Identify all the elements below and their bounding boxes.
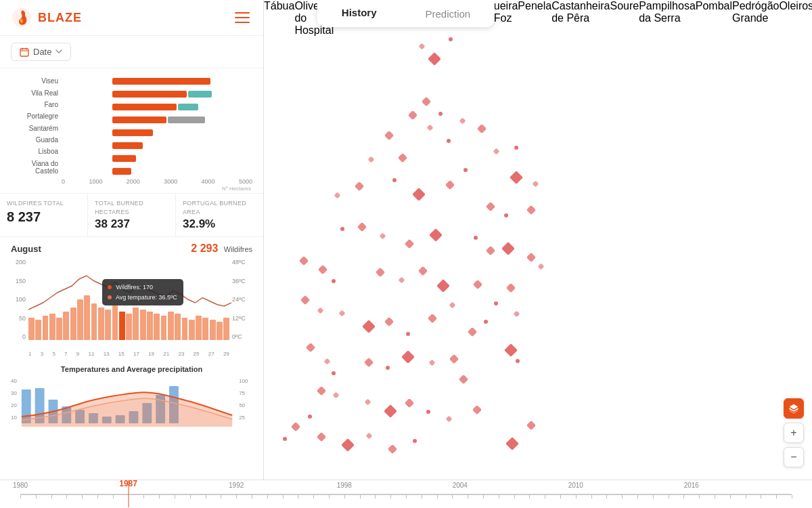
calendar-icon [20, 47, 29, 57]
bar-red [112, 117, 166, 123]
tab-prediction[interactable]: Prediction [401, 0, 495, 27]
timeline-year-2010: 2010 [568, 482, 583, 489]
layers-icon [788, 403, 799, 414]
bar-red [112, 142, 143, 149]
timeline[interactable]: 1980 1987 1992 1998 2004 2010 2016 [0, 480, 812, 508]
stat-value-1: 8 237 [7, 209, 81, 225]
bar-red [112, 91, 187, 98]
bar-row-lisboa [112, 154, 250, 163]
august-title: August [11, 244, 41, 254]
minus-icon: − [790, 452, 796, 463]
stats-row: WILDFIRES TOTAL 8 237 TOTAL BURNED HECTA… [0, 193, 263, 237]
svg-text:30: 30 [11, 390, 17, 396]
august-count-area: 2 293 Wildifres [191, 242, 252, 255]
stat-burned-area: PORTUGAL BURNED AREA 32.9% [176, 194, 263, 236]
svg-text:25: 25 [239, 415, 245, 421]
menu-button[interactable] [232, 9, 252, 26]
bar-teal [188, 91, 212, 98]
chevron-down-icon [55, 49, 62, 54]
bar-label: Santarém [11, 125, 58, 132]
timeline-year-1992: 1992 [229, 482, 244, 489]
bar-label: Viana do Castelo [11, 160, 58, 175]
bar-label: Vila Real [11, 89, 58, 97]
fire-pin [406, 332, 410, 336]
fire-pin [516, 359, 520, 363]
date-label: Date [33, 47, 51, 57]
bar-row-viseu [112, 77, 250, 86]
bar-row-faro [112, 102, 250, 112]
svg-rect-1 [20, 49, 28, 56]
august-header: August 2 293 Wildifres [11, 242, 252, 255]
bar-chart-labels: Viseu Vila Real Faro Portalegre Santarém… [11, 75, 62, 177]
bar-red [112, 104, 177, 110]
timeline-year-2004: 2004 [453, 482, 468, 489]
x-axis-2000: 2000 [127, 178, 140, 185]
svg-text:20: 20 [11, 402, 17, 408]
august-section: August 2 293 Wildifres 200 150 100 50 0 … [0, 237, 263, 360]
date-button[interactable]: Date [11, 43, 71, 61]
fire-pin [494, 301, 498, 305]
temp-title: Temperatures and Average precipitation [11, 365, 252, 373]
bar-label: Viseu [11, 77, 58, 85]
august-count: 2 293 [191, 242, 218, 254]
timeline-track[interactable]: 1980 1987 1992 1998 2004 2010 2016 [20, 494, 792, 495]
svg-text:10: 10 [11, 415, 17, 421]
bar-label: Faro [11, 101, 58, 108]
left-panel: BLAZE Date Viseu Vila Real [0, 0, 264, 508]
stat-label-1: WILDFIRES TOTAL [7, 199, 81, 208]
zoom-out-button[interactable]: − [784, 447, 804, 467]
timeline-year-1980: 1980 [13, 482, 28, 489]
fire-pin [308, 415, 312, 419]
august-count-label: Wildifres [224, 245, 252, 253]
temp-chart: 40 30 20 10 100 75 50 25 [11, 376, 252, 430]
bar-red [112, 155, 136, 162]
stat-label-3: PORTUGAL BURNED AREA [183, 199, 256, 216]
temp-chart-svg: 40 30 20 10 100 75 50 25 [11, 376, 252, 430]
x-axis-3000: 3000 [164, 178, 177, 185]
fire-pin [332, 371, 336, 375]
line-bar-chart: 200 150 100 50 0 48ºC 36ºC 24ºC 12ºC 0ºC [11, 259, 252, 357]
bar-row-santarem [112, 128, 250, 137]
fire-pin [504, 213, 508, 217]
bar-chart-section: Viseu Vila Real Faro Portalegre Santarém… [0, 68, 263, 193]
flame-icon [11, 7, 32, 28]
x-axis-1000: 1000 [89, 178, 102, 185]
fire-pin [386, 366, 390, 370]
fire-pin [464, 168, 468, 172]
tab-history[interactable]: History [317, 0, 401, 27]
fire-pin [474, 236, 478, 240]
bar-chart-container: Viseu Vila Real Faro Portalegre Santarém… [11, 75, 252, 190]
layers-button[interactable] [784, 398, 804, 419]
map-tabs: History Prediction [317, 0, 495, 27]
fire-pin [413, 439, 417, 443]
temp-section: Temperatures and Average precipitation 4… [0, 360, 263, 433]
svg-text:75: 75 [239, 390, 245, 396]
map-controls: + − [784, 398, 804, 467]
bar-label: Lisboa [11, 148, 58, 155]
fire-pin [283, 437, 287, 441]
fire-pin [449, 37, 453, 41]
stat-burned-hectares: TOTAL BURNED HECTARES 38 237 [88, 194, 176, 236]
stat-value-2: 38 237 [95, 217, 168, 231]
x-axis-4000: 4000 [202, 178, 215, 185]
svg-text:40: 40 [11, 378, 17, 384]
stat-label-2: TOTAL BURNED HECTARES [95, 199, 168, 216]
svg-text:100: 100 [239, 378, 248, 384]
timeline-year-2016: 2016 [684, 482, 699, 489]
bar-teal [178, 104, 198, 110]
bar-label: Guarda [11, 136, 58, 144]
stat-wildfires-total: WILDFIRES TOTAL 8 237 [0, 194, 88, 236]
august-bars [28, 259, 229, 340]
zoom-in-button[interactable]: + [784, 423, 804, 443]
bar-row-guarda [112, 141, 250, 150]
chart-y-right: 48ºC 36ºC 24ºC 12ºC 0ºC [232, 259, 252, 340]
bar-row-viana [112, 167, 250, 176]
logo-area: BLAZE [11, 7, 82, 28]
x-axis-5000: 5000 [239, 178, 252, 185]
x-axis-unit: Nº Hectares [11, 186, 252, 192]
fire-pin [340, 227, 344, 231]
fire-pin [392, 178, 397, 182]
bar-chart-bars [112, 75, 252, 177]
bar-red [112, 129, 153, 136]
x-axis-0: 0 [62, 178, 65, 185]
